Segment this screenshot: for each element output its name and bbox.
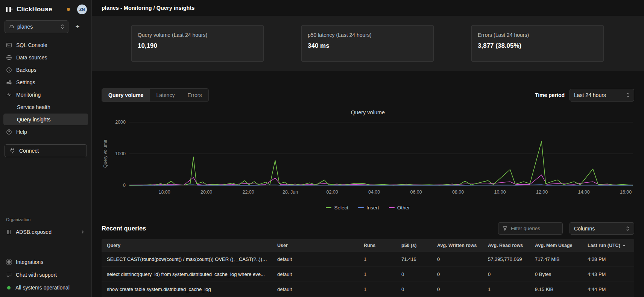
chat-support-item[interactable]: Chat with support (0, 268, 91, 281)
tab-latency[interactable]: Latency (150, 89, 181, 102)
column-header-avg-read-rows[interactable]: Avg. Read rows (483, 239, 530, 252)
table-row[interactable]: show create table system.distributed_cac… (102, 282, 634, 297)
logo-row: ClickHouse ZN (0, 0, 91, 18)
y-axis-label: Query volume (103, 139, 108, 168)
organization-name: ADSB.exposed (16, 229, 52, 235)
sliders-icon (6, 79, 12, 85)
x-tick-label: 10:00 (494, 189, 506, 195)
main-area: planes - Monitoring / Query insights Que… (92, 0, 644, 297)
cell-mem: 0 Bytes (530, 267, 583, 282)
column-header-query[interactable]: Query (102, 239, 273, 252)
footer-item-label: Integrations (16, 259, 43, 265)
cell-p50: 0 (397, 267, 433, 282)
tab-errors[interactable]: Errors (181, 89, 208, 102)
pulse-chart-icon (6, 92, 12, 98)
chart-title: Query volume (102, 109, 634, 116)
cell-user: default (273, 282, 359, 297)
sidebar-item-monitoring[interactable]: Monitoring (0, 89, 91, 100)
filter-queries-input[interactable] (511, 226, 553, 231)
sidebar-item-label: Monitoring (16, 92, 41, 98)
stat-card-query-volume: Query volume (Last 24 hours) 10,190 (131, 25, 264, 62)
column-header-last-run[interactable]: Last run (UTC) (583, 239, 634, 252)
sidebar: ClickHouse ZN planes + SQL Console (0, 0, 92, 297)
legend-item-select[interactable]: Select (326, 205, 348, 211)
sidebar-item-label: SQL Console (16, 42, 47, 48)
table-row[interactable]: select distrinct(query_id) from system.d… (102, 267, 634, 282)
cell-p50: 0 (397, 282, 433, 297)
sidebar-item-data-sources[interactable]: Data sources (0, 52, 91, 63)
recent-queries-table: Query User Runs p50 (s) Avg. Written row… (102, 239, 634, 297)
tab-query-volume[interactable]: Query volume (102, 89, 150, 102)
cell-last_run: 4:43 PM (583, 267, 634, 282)
stat-card-errors: Errors (Last 24 hours) 3,877 (38.05%) (471, 25, 604, 62)
sidebar-item-label: Data sources (16, 55, 47, 61)
avatar[interactable]: ZN (77, 5, 87, 14)
globe-icon (6, 55, 12, 61)
system-status-item[interactable]: All systems operational (0, 281, 91, 294)
content: Query volume Latency Errors Time period … (92, 71, 644, 297)
service-selector[interactable]: planes (5, 20, 68, 33)
column-header-avg-written-rows[interactable]: Avg. Written rows (433, 239, 483, 252)
stat-label: p50 latency (Last 24 hours) (308, 32, 427, 38)
history-clock-icon (6, 67, 12, 73)
help-circle-icon (6, 129, 12, 135)
x-tick-label: 16:00 (620, 189, 632, 195)
sidebar-item-sql-console[interactable]: SQL Console (0, 39, 91, 51)
sidebar-nav: SQL Console Data sources Backups Setting… (0, 39, 91, 138)
filter-queries-box (498, 222, 563, 235)
query-volume-chart: 01000200018:0020:0022:0028. Jun02:0004:0… (102, 116, 634, 202)
chevron-up-down-icon (626, 92, 630, 98)
add-service-button[interactable]: + (71, 21, 84, 33)
sidebar-item-label: Help (16, 129, 27, 135)
connect-button[interactable]: Connect (5, 144, 87, 157)
cell-runs: 1 (359, 282, 397, 297)
integrations-item[interactable]: Integrations (0, 256, 91, 268)
x-tick-label: 20:00 (200, 189, 212, 195)
status-ok-dot-icon (7, 286, 11, 289)
cell-query: show create table system.distributed_cac… (102, 282, 273, 297)
column-header-user[interactable]: User (273, 239, 359, 252)
column-header-avg-mem-usage[interactable]: Avg. Mem Usage (530, 239, 583, 252)
column-header-runs[interactable]: Runs (359, 239, 397, 252)
x-tick-label: 08:00 (452, 189, 464, 195)
cell-last_run: 4:28 PM (583, 252, 634, 267)
connect-button-label: Connect (19, 148, 39, 154)
series-select-line (129, 141, 633, 185)
organization-section-label: Organization (0, 217, 91, 222)
stat-value: 340 ms (308, 42, 427, 50)
cloud-service-icon (9, 24, 14, 30)
sidebar-item-settings[interactable]: Settings (0, 76, 91, 88)
cell-query: select distrinct(query_id) from system.d… (102, 267, 273, 282)
recent-queries-title: Recent queries (102, 225, 498, 232)
cell-read: 0 (483, 267, 530, 282)
clickhouse-logo-icon (6, 6, 13, 12)
organization-row[interactable]: ADSB.exposed (0, 226, 91, 238)
table-body: SELECT CAST(round(pow(count() / max(coun… (102, 252, 634, 297)
legend-item-other[interactable]: Other (389, 205, 410, 211)
sidebar-item-service-health[interactable]: Service health (0, 101, 91, 113)
stat-label: Errors (Last 24 hours) (478, 32, 597, 38)
organization-icon (6, 229, 12, 235)
x-tick-label: 02:00 (326, 189, 338, 195)
cell-last_run: 4:44 PM (583, 282, 634, 297)
legend-label: Other (397, 205, 410, 211)
page-title: planes - Monitoring / Query insights (102, 5, 194, 11)
legend-swatch-insert (358, 207, 364, 208)
legend-swatch-select (326, 207, 331, 208)
column-header-p50[interactable]: p50 (s) (397, 239, 433, 252)
sidebar-item-backups[interactable]: Backups (0, 64, 91, 76)
sidebar-footer: Integrations Chat with support All syste… (0, 256, 91, 297)
stat-label: Query volume (Last 24 hours) (138, 32, 257, 38)
app-title: ClickHouse (17, 6, 52, 13)
recent-queries-header: Recent queries Columns (102, 222, 634, 235)
columns-select[interactable]: Columns (570, 222, 634, 235)
x-tick-label: 04:00 (368, 189, 380, 195)
cell-written: 0 (433, 282, 483, 297)
table-row[interactable]: SELECT CAST(round(pow(count() / max(coun… (102, 252, 634, 267)
time-period-label: Time period (535, 92, 565, 98)
sidebar-item-query-insights[interactable]: Query insights (3, 114, 88, 125)
sidebar-item-label: Service health (17, 104, 50, 110)
time-period-select[interactable]: Last 24 hours (570, 89, 634, 102)
sidebar-item-help[interactable]: Help (0, 126, 91, 138)
legend-item-insert[interactable]: Insert (358, 205, 379, 211)
